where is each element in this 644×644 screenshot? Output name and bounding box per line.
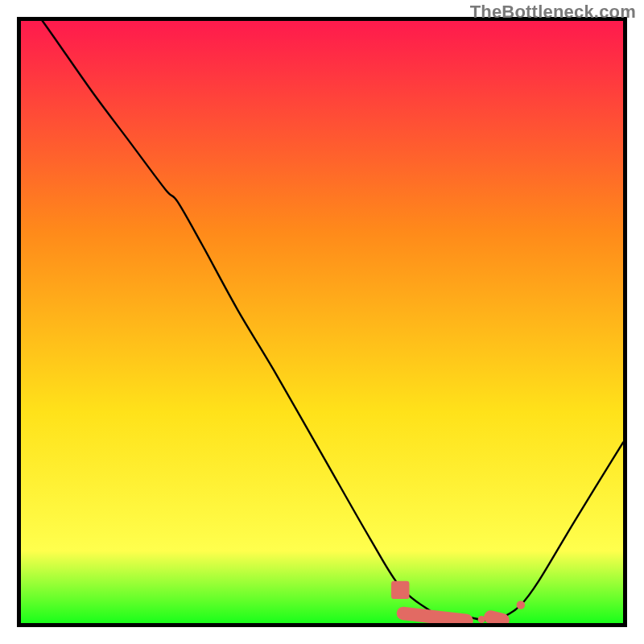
plot-inner <box>21 21 623 623</box>
chart-container: TheBottleneck.com <box>0 0 644 644</box>
watermark-text: TheBottleneck.com <box>470 2 636 23</box>
segment-marker <box>403 613 467 621</box>
chart-svg <box>21 21 623 623</box>
plot-area <box>17 17 627 627</box>
gradient-background <box>21 21 623 623</box>
dot-marker-2 <box>517 601 525 609</box>
segment-marker-2 <box>490 617 502 621</box>
square-marker <box>391 581 409 599</box>
